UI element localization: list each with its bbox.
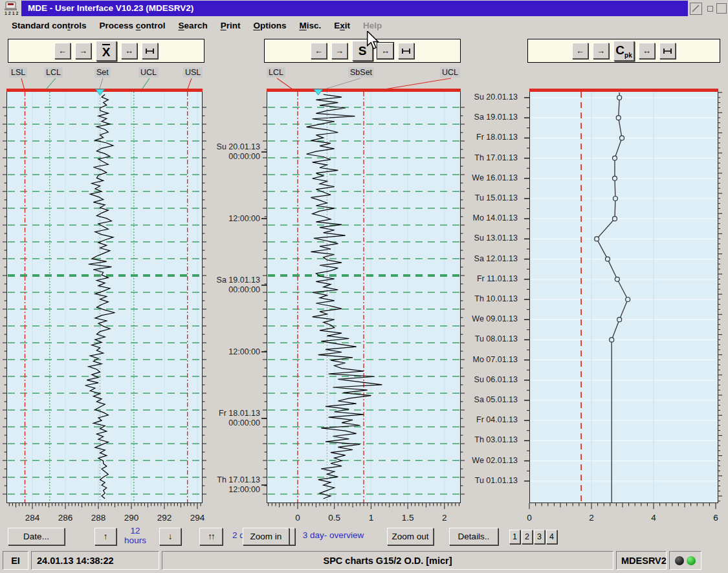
arrow-left-icon: ← bbox=[314, 46, 323, 56]
xbar-chart-type-button[interactable]: X bbox=[96, 41, 116, 61]
svg-text:286: 286 bbox=[58, 513, 73, 523]
chart-page-button-4[interactable]: 4 bbox=[546, 530, 557, 544]
title-bar[interactable]: 1 2 1 2 MDE - User Interface V10.23 (MDE… bbox=[0, 0, 728, 17]
day-axis-label: Su 13.01.13 bbox=[463, 233, 518, 243]
range-icon bbox=[401, 47, 411, 55]
menu-item-process-control[interactable]: Process control bbox=[93, 19, 172, 32]
status-led-dark bbox=[675, 556, 684, 565]
time-axis-label: Th 17.01.13 12:00:00 bbox=[206, 475, 260, 495]
day-axis-label: We 16.01.13 bbox=[463, 173, 518, 183]
arrow-right-icon: → bbox=[597, 46, 605, 56]
xbar-limit-label-ucl: UCL bbox=[138, 67, 159, 78]
cpk-expand-button[interactable]: ↔ bbox=[639, 43, 655, 59]
status-message: SPC charts G15/2 O.D. [micr] bbox=[162, 551, 613, 570]
svg-text:2: 2 bbox=[442, 513, 447, 523]
s-fit-range-button[interactable] bbox=[398, 43, 414, 59]
svg-text:288: 288 bbox=[91, 513, 106, 523]
range-icon bbox=[663, 47, 672, 55]
menu-bar: Standard controlsProcess controlSearchPr… bbox=[0, 17, 728, 34]
s-limit-label-lcl: LCL bbox=[267, 67, 285, 78]
range-icon bbox=[145, 47, 155, 55]
s-chart-plot[interactable]: 00.511.52 bbox=[261, 89, 466, 527]
s-limit-label-sbset: SbSet bbox=[348, 67, 374, 78]
window-title: MDE - User Interface V10.23 (MDESRV2) bbox=[21, 1, 688, 16]
svg-text:1.5: 1.5 bbox=[402, 513, 414, 523]
scroll-up-button[interactable]: ↑ bbox=[94, 528, 116, 545]
xbar-expand-button[interactable]: ↔ bbox=[121, 43, 137, 59]
s-chart-type-button[interactable]: S bbox=[352, 41, 373, 61]
xbar-limit-label-usl: USL bbox=[183, 67, 203, 78]
s-limit-label-ucl: UCL bbox=[440, 67, 460, 78]
window-shade-button[interactable] bbox=[690, 3, 702, 15]
menu-item-print[interactable]: Print bbox=[214, 19, 247, 32]
s-toolbar: ← → S ↔ bbox=[264, 39, 461, 63]
day-axis-label: We 02.01.13 bbox=[463, 456, 518, 466]
scroll-down-button[interactable]: ↓ bbox=[159, 528, 181, 545]
window-minimize-button[interactable] bbox=[707, 6, 713, 12]
cpk-chart-type-button[interactable]: Cpk bbox=[613, 41, 634, 61]
step-caption-12h: 12 hours bbox=[118, 526, 152, 545]
svg-text:292: 292 bbox=[157, 513, 172, 523]
cpk-toolbar: ← → Cpk ↔ bbox=[527, 39, 720, 63]
day-axis-label: Th 10.01.13 bbox=[463, 294, 518, 304]
cpk-fit-range-button[interactable] bbox=[659, 43, 676, 59]
day-axis-label: Th 03.01.13 bbox=[463, 435, 518, 445]
time-axis-label: Sa 19.01.13 00:00:00 bbox=[206, 276, 260, 295]
svg-text:1: 1 bbox=[369, 513, 374, 523]
arrow-right-icon: → bbox=[79, 46, 87, 56]
day-axis-label: Tu 08.01.13 bbox=[463, 334, 518, 344]
chart-page-button-2[interactable]: 2 bbox=[522, 530, 533, 544]
menu-item-misc[interactable]: Misc. bbox=[292, 19, 327, 32]
s-scroll-right-button[interactable]: → bbox=[331, 43, 347, 59]
xbar-scroll-right-button[interactable]: → bbox=[75, 43, 91, 59]
menu-item-standard-controls[interactable]: Standard controls bbox=[5, 19, 93, 32]
day-axis-label: Su 20.01.13 bbox=[463, 92, 518, 102]
day-axis-label: Th 17.01.13 bbox=[463, 153, 518, 163]
page-up-button[interactable]: ↑↑ bbox=[199, 528, 223, 545]
time-axis-label: 12:00:00 bbox=[206, 214, 260, 224]
chart-page-button-1[interactable]: 1 bbox=[509, 530, 520, 544]
overview-caption: 3 day- overview bbox=[294, 530, 372, 540]
s-scroll-left-button[interactable]: ← bbox=[311, 43, 327, 59]
xbar-chart-plot[interactable]: 284286288290292294 bbox=[1, 89, 208, 527]
day-axis-label: Sa 05.01.13 bbox=[463, 395, 518, 405]
svg-text:6: 6 bbox=[713, 513, 718, 523]
status-server: MDESRV2 bbox=[616, 551, 667, 570]
zoom-in-button[interactable]: Zoom in bbox=[243, 528, 289, 545]
status-led-green bbox=[687, 556, 696, 565]
details-button[interactable]: Details.. bbox=[449, 528, 498, 545]
s-expand-button[interactable]: ↔ bbox=[377, 43, 393, 59]
status-datetime: 24.01.13 14:38:22 bbox=[31, 551, 159, 570]
xbar-scroll-left-button[interactable]: ← bbox=[54, 43, 71, 59]
day-axis-label: Mo 07.01.13 bbox=[463, 355, 518, 365]
s-icon: S bbox=[358, 44, 367, 58]
arrow-right-icon: → bbox=[335, 46, 344, 56]
day-axis-label: Fr 18.01.13 bbox=[463, 133, 518, 142]
svg-text:1 2 1 2: 1 2 1 2 bbox=[5, 11, 19, 16]
arrow-left-icon: ← bbox=[576, 46, 584, 56]
svg-text:4: 4 bbox=[651, 513, 656, 523]
menu-item-help: Help bbox=[357, 19, 388, 32]
status-field-ei: EI bbox=[3, 551, 28, 570]
menu-item-exit[interactable]: Exit bbox=[327, 19, 357, 32]
svg-text:0.5: 0.5 bbox=[328, 513, 340, 523]
day-axis-label: Tu 01.01.13 bbox=[463, 476, 518, 486]
svg-text:290: 290 bbox=[124, 513, 139, 523]
menu-item-options[interactable]: Options bbox=[247, 19, 292, 32]
date-button[interactable]: Date... bbox=[8, 528, 65, 545]
arrow-horizontal-icon: ↔ bbox=[381, 46, 390, 56]
app-icon: 1 2 1 2 bbox=[3, 1, 19, 16]
cpk-scroll-right-button[interactable]: → bbox=[593, 43, 609, 59]
time-axis-label: Fr 18.01.13 00:00:00 bbox=[206, 409, 260, 428]
time-axis-label: Su 20.01.13 00:00:00 bbox=[206, 142, 260, 162]
menu-item-search[interactable]: Search bbox=[172, 19, 214, 32]
window-maximize-button[interactable] bbox=[716, 3, 727, 14]
cpk-scroll-left-button[interactable]: ← bbox=[572, 43, 588, 59]
xbar-fit-range-button[interactable] bbox=[142, 43, 158, 59]
day-axis-label: We 09.01.13 bbox=[463, 314, 518, 324]
svg-text:0: 0 bbox=[527, 513, 532, 523]
chart-page-button-3[interactable]: 3 bbox=[534, 530, 545, 544]
cpk-chart-plot[interactable]: 0246 bbox=[524, 89, 723, 527]
zoom-out-button[interactable]: Zoom out bbox=[387, 528, 434, 545]
svg-text:2: 2 bbox=[589, 513, 594, 523]
